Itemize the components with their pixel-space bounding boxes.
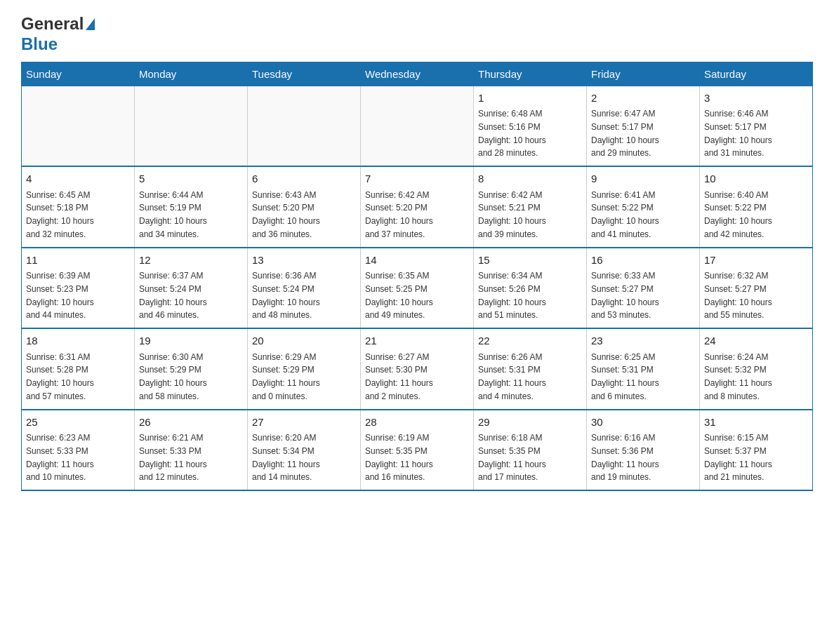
calendar-day-cell: 25Sunrise: 6:23 AMSunset: 5:33 PMDayligh…: [22, 410, 135, 491]
day-number: 21: [365, 333, 469, 349]
day-info: Sunrise: 6:42 AMSunset: 5:21 PMDaylight:…: [478, 190, 546, 239]
day-info: Sunrise: 6:41 AMSunset: 5:22 PMDaylight:…: [591, 190, 659, 239]
day-number: 5: [139, 171, 243, 187]
day-info: Sunrise: 6:34 AMSunset: 5:26 PMDaylight:…: [478, 271, 546, 320]
calendar-day-cell: 12Sunrise: 6:37 AMSunset: 5:24 PMDayligh…: [135, 248, 248, 329]
day-number: 14: [365, 253, 469, 269]
day-info: Sunrise: 6:21 AMSunset: 5:33 PMDaylight:…: [139, 433, 207, 482]
day-info: Sunrise: 6:20 AMSunset: 5:34 PMDaylight:…: [252, 433, 320, 482]
day-info: Sunrise: 6:15 AMSunset: 5:37 PMDaylight:…: [704, 433, 772, 482]
day-info: Sunrise: 6:32 AMSunset: 5:27 PMDaylight:…: [704, 271, 772, 320]
calendar-day-cell: 22Sunrise: 6:26 AMSunset: 5:31 PMDayligh…: [474, 328, 587, 410]
calendar-day-cell: 6Sunrise: 6:43 AMSunset: 5:20 PMDaylight…: [248, 166, 361, 248]
logo: General Blue: [21, 14, 95, 55]
logo-block: General Blue: [21, 14, 95, 55]
weekday-header-tuesday: Tuesday: [248, 62, 361, 86]
calendar-week-row: 4Sunrise: 6:45 AMSunset: 5:18 PMDaylight…: [22, 166, 813, 248]
day-info: Sunrise: 6:37 AMSunset: 5:24 PMDaylight:…: [139, 271, 207, 320]
day-number: 27: [252, 415, 356, 431]
day-number: 28: [365, 415, 469, 431]
calendar-day-cell: 20Sunrise: 6:29 AMSunset: 5:29 PMDayligh…: [248, 328, 361, 410]
calendar-day-cell: 27Sunrise: 6:20 AMSunset: 5:34 PMDayligh…: [248, 410, 361, 491]
calendar-day-cell: 9Sunrise: 6:41 AMSunset: 5:22 PMDaylight…: [587, 166, 700, 248]
weekday-header-row: SundayMondayTuesdayWednesdayThursdayFrid…: [22, 62, 813, 86]
calendar-day-cell: 31Sunrise: 6:15 AMSunset: 5:37 PMDayligh…: [700, 410, 813, 491]
calendar-week-row: 25Sunrise: 6:23 AMSunset: 5:33 PMDayligh…: [22, 410, 813, 491]
calendar-day-cell: 1Sunrise: 6:48 AMSunset: 5:16 PMDaylight…: [474, 86, 587, 166]
calendar-day-cell: 4Sunrise: 6:45 AMSunset: 5:18 PMDaylight…: [22, 166, 135, 248]
day-info: Sunrise: 6:45 AMSunset: 5:18 PMDaylight:…: [26, 190, 94, 239]
calendar-day-cell: 18Sunrise: 6:31 AMSunset: 5:28 PMDayligh…: [22, 328, 135, 410]
day-number: 3: [704, 90, 808, 107]
calendar-day-cell: 5Sunrise: 6:44 AMSunset: 5:19 PMDaylight…: [135, 166, 248, 248]
day-info: Sunrise: 6:40 AMSunset: 5:22 PMDaylight:…: [704, 190, 772, 239]
calendar-day-cell: 30Sunrise: 6:16 AMSunset: 5:36 PMDayligh…: [587, 410, 700, 491]
day-info: Sunrise: 6:42 AMSunset: 5:20 PMDaylight:…: [365, 190, 433, 239]
day-info: Sunrise: 6:26 AMSunset: 5:31 PMDaylight:…: [478, 352, 546, 401]
calendar-table: SundayMondayTuesdayWednesdayThursdayFrid…: [21, 62, 813, 492]
day-number: 18: [26, 333, 130, 349]
calendar-day-cell: 24Sunrise: 6:24 AMSunset: 5:32 PMDayligh…: [700, 328, 813, 410]
day-info: Sunrise: 6:16 AMSunset: 5:36 PMDaylight:…: [591, 433, 659, 482]
day-number: 7: [365, 171, 469, 187]
calendar-day-cell: 16Sunrise: 6:33 AMSunset: 5:27 PMDayligh…: [587, 248, 700, 329]
day-number: 4: [26, 171, 130, 187]
weekday-header-friday: Friday: [587, 62, 700, 86]
day-number: 24: [704, 333, 808, 349]
day-info: Sunrise: 6:27 AMSunset: 5:30 PMDaylight:…: [365, 352, 433, 401]
calendar-day-cell: [135, 86, 248, 166]
day-info: Sunrise: 6:24 AMSunset: 5:32 PMDaylight:…: [704, 352, 772, 401]
calendar-day-cell: 28Sunrise: 6:19 AMSunset: 5:35 PMDayligh…: [361, 410, 474, 491]
day-number: 20: [252, 333, 356, 349]
calendar-week-row: 18Sunrise: 6:31 AMSunset: 5:28 PMDayligh…: [22, 328, 813, 410]
day-info: Sunrise: 6:39 AMSunset: 5:23 PMDaylight:…: [26, 271, 94, 320]
day-number: 12: [139, 253, 243, 269]
day-info: Sunrise: 6:47 AMSunset: 5:17 PMDaylight:…: [591, 109, 659, 158]
calendar-day-cell: [22, 86, 135, 166]
day-number: 26: [139, 415, 243, 431]
calendar-week-row: 1Sunrise: 6:48 AMSunset: 5:16 PMDaylight…: [22, 86, 813, 166]
day-number: 1: [478, 90, 582, 107]
day-number: 9: [591, 171, 695, 187]
calendar-day-cell: 8Sunrise: 6:42 AMSunset: 5:21 PMDaylight…: [474, 166, 587, 248]
day-info: Sunrise: 6:18 AMSunset: 5:35 PMDaylight:…: [478, 433, 546, 482]
calendar-day-cell: 7Sunrise: 6:42 AMSunset: 5:20 PMDaylight…: [361, 166, 474, 248]
day-number: 30: [591, 415, 695, 431]
day-number: 10: [704, 171, 808, 187]
day-info: Sunrise: 6:48 AMSunset: 5:16 PMDaylight:…: [478, 109, 546, 158]
day-info: Sunrise: 6:33 AMSunset: 5:27 PMDaylight:…: [591, 271, 659, 320]
day-number: 15: [478, 253, 582, 269]
calendar-day-cell: 3Sunrise: 6:46 AMSunset: 5:17 PMDaylight…: [700, 86, 813, 166]
weekday-header-wednesday: Wednesday: [361, 62, 474, 86]
weekday-header-saturday: Saturday: [700, 62, 813, 86]
calendar-day-cell: 29Sunrise: 6:18 AMSunset: 5:35 PMDayligh…: [474, 410, 587, 491]
calendar-day-cell: 17Sunrise: 6:32 AMSunset: 5:27 PMDayligh…: [700, 248, 813, 329]
day-number: 25: [26, 415, 130, 431]
day-info: Sunrise: 6:36 AMSunset: 5:24 PMDaylight:…: [252, 271, 320, 320]
day-info: Sunrise: 6:30 AMSunset: 5:29 PMDaylight:…: [139, 352, 207, 401]
calendar-day-cell: 10Sunrise: 6:40 AMSunset: 5:22 PMDayligh…: [700, 166, 813, 248]
day-info: Sunrise: 6:23 AMSunset: 5:33 PMDaylight:…: [26, 433, 94, 482]
calendar-day-cell: 13Sunrise: 6:36 AMSunset: 5:24 PMDayligh…: [248, 248, 361, 329]
page-header: General Blue: [21, 14, 813, 55]
day-number: 22: [478, 333, 582, 349]
day-number: 23: [591, 333, 695, 349]
day-info: Sunrise: 6:46 AMSunset: 5:17 PMDaylight:…: [704, 109, 772, 158]
calendar-day-cell: 15Sunrise: 6:34 AMSunset: 5:26 PMDayligh…: [474, 248, 587, 329]
calendar-day-cell: 2Sunrise: 6:47 AMSunset: 5:17 PMDaylight…: [587, 86, 700, 166]
weekday-header-monday: Monday: [135, 62, 248, 86]
day-number: 11: [26, 253, 130, 269]
logo-general-text: General: [21, 14, 84, 33]
day-info: Sunrise: 6:31 AMSunset: 5:28 PMDaylight:…: [26, 352, 94, 401]
calendar-day-cell: [361, 86, 474, 166]
weekday-header-thursday: Thursday: [474, 62, 587, 86]
day-number: 16: [591, 253, 695, 269]
day-info: Sunrise: 6:44 AMSunset: 5:19 PMDaylight:…: [139, 190, 207, 239]
day-info: Sunrise: 6:43 AMSunset: 5:20 PMDaylight:…: [252, 190, 320, 239]
logo-triangle-icon: [86, 18, 95, 30]
calendar-day-cell: 23Sunrise: 6:25 AMSunset: 5:31 PMDayligh…: [587, 328, 700, 410]
day-number: 31: [704, 415, 808, 431]
calendar-day-cell: 11Sunrise: 6:39 AMSunset: 5:23 PMDayligh…: [22, 248, 135, 329]
calendar-day-cell: 19Sunrise: 6:30 AMSunset: 5:29 PMDayligh…: [135, 328, 248, 410]
calendar-day-cell: 14Sunrise: 6:35 AMSunset: 5:25 PMDayligh…: [361, 248, 474, 329]
